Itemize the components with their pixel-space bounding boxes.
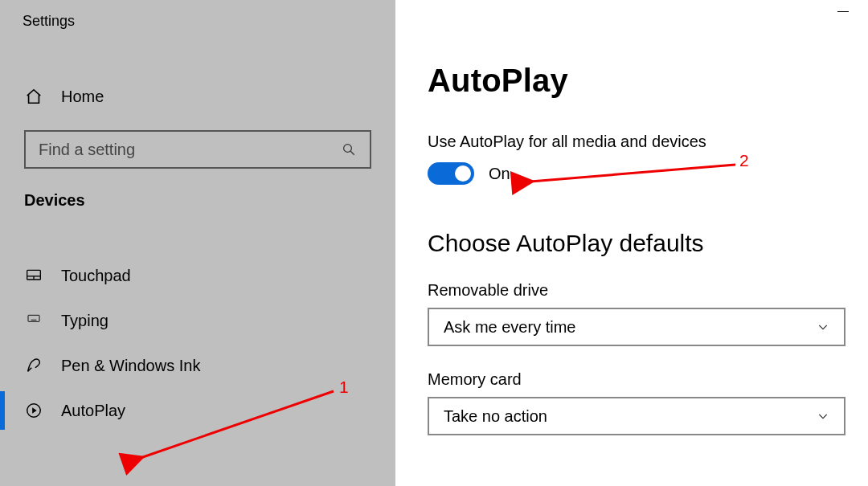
window-title: Settings: [0, 13, 395, 45]
pen-icon: [24, 356, 43, 375]
sidebar-item-touchpad[interactable]: Touchpad: [0, 253, 395, 298]
defaults-heading: Choose AutoPlay defaults: [428, 230, 849, 257]
toggle-state-label: On: [489, 165, 510, 183]
field-label-memory-card: Memory card: [428, 370, 849, 389]
search-input-wrapper[interactable]: [24, 130, 371, 169]
search-icon: [342, 141, 357, 157]
sidebar-item-typing[interactable]: Typing: [0, 298, 395, 343]
sidebar-item-label: Touchpad: [61, 267, 131, 285]
sidebar-list: Touchpad Typing: [0, 253, 395, 433]
keyboard-icon: [24, 311, 43, 330]
search-input[interactable]: [39, 141, 342, 159]
annotation-label-1: 1: [339, 378, 349, 397]
dropdown-removable-drive[interactable]: Ask me every time: [428, 308, 845, 346]
sidebar: Settings Home Devices: [0, 0, 395, 486]
autoplay-icon: [24, 401, 43, 420]
nav-home-label: Home: [61, 88, 104, 106]
page-title: AutoPlay: [428, 63, 849, 99]
touchpad-icon: [24, 266, 43, 285]
main-panel: AutoPlay Use AutoPlay for all media and …: [395, 0, 868, 486]
sidebar-item-label: Pen & Windows Ink: [61, 357, 200, 375]
sidebar-item-label: Typing: [61, 312, 108, 330]
chevron-down-icon: [817, 410, 829, 423]
sidebar-item-label: AutoPlay: [61, 402, 125, 420]
autoplay-toggle[interactable]: [428, 162, 474, 185]
svg-point-0: [344, 145, 352, 153]
toggle-knob: [455, 165, 471, 182]
toggle-row: On: [428, 162, 849, 185]
home-icon: [24, 87, 43, 106]
nav-home[interactable]: Home: [0, 74, 395, 119]
dropdown-value: Take no action: [444, 407, 547, 426]
toggle-label: Use AutoPlay for all media and devices: [428, 133, 849, 151]
dropdown-value: Ask me every time: [444, 318, 575, 337]
minimize-icon[interactable]: [837, 11, 849, 12]
app-root: Settings Home Devices: [0, 0, 868, 486]
chevron-down-icon: [817, 321, 829, 333]
annotation-label-2: 2: [739, 151, 749, 170]
dropdown-memory-card[interactable]: Take no action: [428, 397, 845, 435]
field-label-removable: Removable drive: [428, 281, 849, 300]
svg-rect-5: [28, 315, 39, 321]
svg-line-1: [351, 151, 355, 155]
sidebar-section-label: Devices: [0, 191, 395, 210]
sidebar-item-pen[interactable]: Pen & Windows Ink: [0, 343, 395, 388]
sidebar-item-autoplay[interactable]: AutoPlay: [0, 388, 395, 433]
